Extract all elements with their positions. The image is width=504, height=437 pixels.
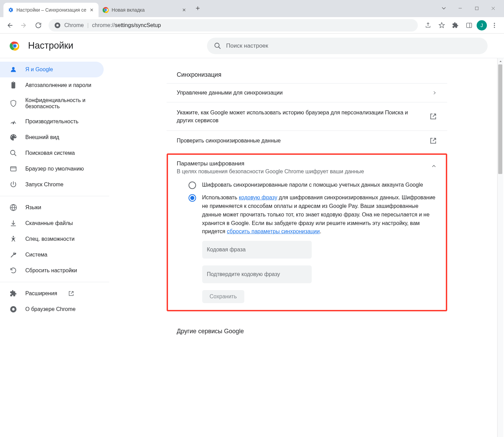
tab-title: Новая вкладка (112, 7, 179, 13)
chevron-up-icon (431, 160, 437, 169)
scrollbar-thumb[interactable] (498, 64, 502, 174)
sidebar-item-privacy[interactable]: Конфиденциальность и безопасность (0, 93, 104, 114)
link-passphrase[interactable]: кодовую фразу (239, 195, 277, 200)
sidebar-item-search-engine[interactable]: Поисковая система (0, 145, 104, 161)
tabstrip: Настройки – Синхронизация се Новая вклад… (0, 3, 439, 17)
radio-passphrase[interactable]: Использовать кодовую фразу для шифровани… (189, 193, 437, 236)
profile-avatar[interactable]: J (477, 20, 487, 30)
svg-point-24 (12, 308, 14, 310)
passphrase-input[interactable] (202, 241, 312, 259)
sidebar-item-about[interactable]: О браузере Chrome (0, 301, 104, 317)
tab-new[interactable]: Новая вкладка (99, 3, 191, 17)
sidebar-item-on-startup[interactable]: Запуск Chrome (0, 177, 104, 192)
search-input[interactable] (226, 42, 481, 49)
side-panel-button[interactable] (463, 19, 475, 32)
close-window-button[interactable] (488, 3, 498, 13)
sidebar-item-default-browser[interactable]: Браузер по умолчанию (0, 161, 104, 177)
window-icon (10, 165, 17, 173)
chrome-logo-icon (103, 7, 109, 13)
external-link-icon (429, 137, 437, 145)
content-inner: Синхронизация Управление данными для син… (167, 58, 447, 360)
minimize-button[interactable] (455, 3, 465, 13)
sidebar-item-label: Автозаполнение и пароли (25, 82, 91, 88)
share-button[interactable] (422, 19, 434, 32)
save-button[interactable]: Сохранить (202, 290, 245, 303)
svg-point-16 (215, 43, 219, 47)
avatar-letter: J (481, 23, 483, 28)
radio-icon[interactable] (189, 182, 196, 189)
sidebar-item-system[interactable]: Система (0, 247, 104, 263)
sidebar-item-you-and-google[interactable]: Я и Google (0, 62, 104, 77)
sidebar-item-label: Я и Google (25, 66, 53, 73)
window-controls (439, 3, 504, 17)
encryption-options-card: Параметры шифрования В целях повышения б… (167, 153, 447, 311)
sidebar: Я и Google Автозаполнение и пароли Конфи… (0, 58, 109, 437)
row-manage-sync-data[interactable]: Управление данными для синхронизации (167, 83, 447, 102)
chrome-logo-icon (10, 41, 20, 51)
tab-settings-sync[interactable]: Настройки – Синхронизация се (3, 3, 99, 17)
sidebar-item-label: Внешний вид (25, 134, 59, 140)
sidebar-item-label: Языки (25, 204, 41, 211)
palette-icon (10, 134, 17, 141)
sidebar-item-label: Браузер по умолчанию (25, 166, 84, 172)
omnibox[interactable]: Chrome | chrome://settings/syncSetup (49, 19, 418, 32)
main: Я и Google Автозаполнение и пароли Конфи… (0, 58, 504, 437)
new-tab-button[interactable] (192, 3, 203, 14)
sidebar-item-label: Расширения (25, 290, 57, 297)
chevron-right-icon (432, 90, 437, 95)
sidebar-item-reset[interactable]: Сбросить настройки (0, 263, 104, 278)
back-button[interactable] (3, 19, 16, 32)
encryption-header-row[interactable]: Параметры шифрования В целях повышения б… (168, 155, 446, 177)
radio-label: Использовать кодовую фразу для шифровани… (202, 193, 437, 236)
radio-icon[interactable] (189, 194, 196, 202)
confirm-passphrase-input[interactable] (202, 265, 312, 283)
svg-point-11 (494, 27, 495, 28)
row-personalize[interactable]: Укажите, как Google может использовать и… (167, 102, 447, 130)
extensions-button[interactable] (449, 19, 462, 32)
sidebar-item-label: Система (25, 252, 47, 258)
passphrase-inputs: Сохранить (189, 241, 437, 303)
svg-rect-5 (475, 7, 478, 10)
sidebar-item-label: О браузере Chrome (25, 306, 76, 312)
tab-search-button[interactable] (439, 3, 449, 13)
sidebar-item-performance[interactable]: Производительность (0, 114, 104, 129)
row-label: Укажите, как Google может использовать и… (177, 109, 429, 124)
sidebar-item-accessibility[interactable]: Спец. возможности (0, 231, 104, 247)
encryption-title: Параметры шифрования (177, 160, 364, 167)
section-other-google-services: Другие сервисы Google (167, 322, 447, 340)
toolbar: Chrome | chrome://settings/syncSetup J (0, 17, 504, 34)
chrome-logo-icon (10, 305, 17, 313)
row-review-synced-data[interactable]: Проверить синхронизированные данные (167, 130, 447, 151)
gear-icon (8, 7, 14, 13)
forward-button[interactable] (18, 19, 30, 32)
link-reset-sync[interactable]: сбросить параметры синхронизации (227, 228, 320, 234)
sidebar-item-label: Производительность (25, 118, 78, 125)
settings-search[interactable] (207, 38, 488, 54)
close-icon[interactable] (89, 7, 94, 13)
restore-icon (10, 267, 17, 274)
menu-button[interactable] (488, 19, 501, 32)
sidebar-separator (0, 196, 109, 196)
sidebar-item-languages[interactable]: Языки (0, 200, 104, 215)
sidebar-separator (0, 282, 109, 282)
sidebar-item-appearance[interactable]: Внешний вид (0, 129, 104, 145)
sidebar-item-extensions[interactable]: Расширения (0, 286, 104, 301)
scrollbar[interactable] (497, 58, 503, 437)
section-sync-title: Синхронизация (167, 65, 447, 83)
puzzle-icon (10, 290, 17, 297)
window-titlebar: Настройки – Синхронизация се Новая вклад… (0, 0, 504, 17)
close-icon[interactable] (181, 7, 187, 13)
clipboard-icon (10, 82, 17, 89)
encryption-radios: Шифровать синхронизированные пароли с по… (168, 177, 446, 310)
maximize-button[interactable] (472, 3, 481, 13)
download-icon (10, 220, 17, 227)
sidebar-item-label: Спец. возможности (25, 236, 75, 242)
speedometer-icon (10, 118, 17, 125)
sidebar-item-autofill[interactable]: Автозаполнение и пароли (0, 77, 104, 93)
tab-title: Настройки – Синхронизация се (16, 7, 86, 13)
sidebar-item-downloads[interactable]: Скачанные файлы (0, 215, 104, 231)
scroll-up-icon[interactable] (497, 58, 504, 64)
reload-button[interactable] (32, 19, 44, 32)
bookmark-button[interactable] (436, 19, 448, 32)
radio-google-credentials[interactable]: Шифровать синхронизированные пароли с по… (189, 181, 437, 189)
